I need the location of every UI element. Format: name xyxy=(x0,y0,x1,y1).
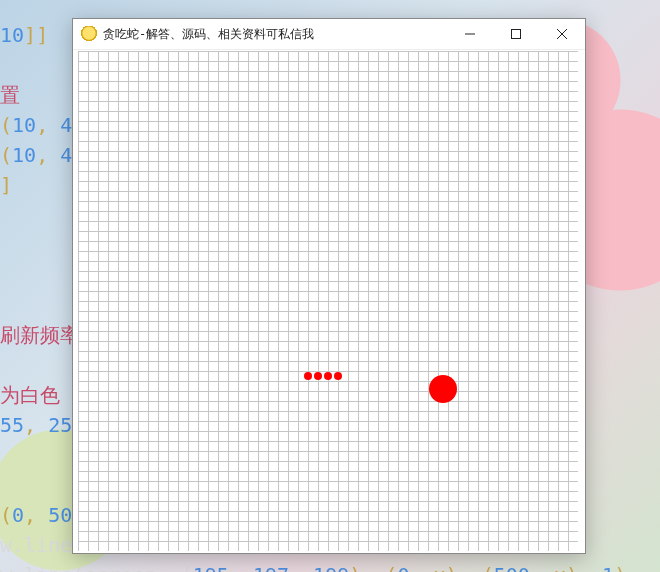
snake-segment xyxy=(334,372,342,380)
maximize-icon xyxy=(511,29,521,39)
game-window: 贪吃蛇-解答、源码、相关资料可私信我 xyxy=(72,18,586,554)
game-canvas[interactable] xyxy=(78,51,578,551)
minimize-icon xyxy=(465,29,475,39)
svg-rect-1 xyxy=(512,30,521,39)
snake-segment xyxy=(314,372,322,380)
minimize-button[interactable] xyxy=(447,19,493,49)
maximize-button[interactable] xyxy=(493,19,539,49)
window-title: 贪吃蛇-解答、源码、相关资料可私信我 xyxy=(103,26,314,43)
close-button[interactable] xyxy=(539,19,585,49)
food xyxy=(429,375,457,403)
window-icon xyxy=(81,26,97,42)
snake-segment xyxy=(324,372,332,380)
snake-segment xyxy=(304,372,312,380)
close-icon xyxy=(557,29,567,39)
window-titlebar[interactable]: 贪吃蛇-解答、源码、相关资料可私信我 xyxy=(73,19,585,50)
